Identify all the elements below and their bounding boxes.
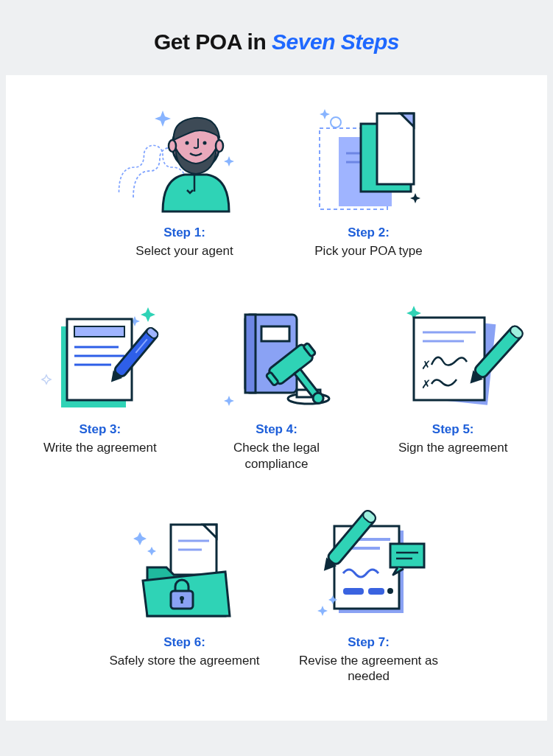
svg-point-2 bbox=[202, 141, 206, 145]
step-description: Safely store the agreement bbox=[109, 653, 259, 668]
step-cell-4: Step 4: Check the legal compliance bbox=[203, 301, 351, 472]
svg-rect-15 bbox=[74, 326, 124, 337]
step-label: Step 2: bbox=[348, 225, 390, 240]
step-label: Step 7: bbox=[348, 635, 390, 650]
write-document-icon bbox=[38, 301, 163, 412]
svg-rect-49 bbox=[343, 588, 364, 595]
step-label: Step 4: bbox=[256, 422, 297, 437]
step-cell-3: Step 3: Write the agreement bbox=[27, 301, 174, 472]
svg-point-3 bbox=[169, 140, 176, 152]
svg-rect-24 bbox=[261, 326, 289, 341]
svg-rect-52 bbox=[390, 544, 424, 567]
step-description: Pick your POA type bbox=[314, 243, 422, 259]
legal-gavel-icon bbox=[214, 301, 339, 412]
step-description: Write the agreement bbox=[43, 440, 157, 455]
step-cell-2: Step 2: Pick your POA type bbox=[292, 105, 446, 259]
svg-point-4 bbox=[216, 140, 223, 152]
svg-rect-50 bbox=[368, 588, 384, 595]
revise-document-icon bbox=[306, 514, 432, 625]
step-label: Step 1: bbox=[163, 225, 205, 240]
step-description: Sign the agreement bbox=[398, 440, 507, 455]
row-2: Step 3: Write the agreement bbox=[27, 301, 526, 472]
svg-point-51 bbox=[387, 588, 393, 594]
title-accent: Seven Steps bbox=[272, 29, 399, 54]
page-title: Get POA in Seven Steps bbox=[6, 29, 547, 55]
step-description: Revise the agreement as needed bbox=[292, 653, 446, 685]
title-prefix: Get POA in bbox=[154, 29, 272, 54]
svg-rect-44 bbox=[180, 598, 183, 603]
step-cell-6: Step 6: Safely store the agreement bbox=[108, 514, 262, 685]
svg-text:✗: ✗ bbox=[421, 378, 431, 391]
step-cell-1: Step 1: Select your agent bbox=[108, 105, 262, 259]
agent-person-icon bbox=[122, 105, 247, 215]
sign-document-icon: ✗ ✗ bbox=[390, 301, 515, 412]
step-label: Step 3: bbox=[79, 422, 121, 437]
row-1: Step 1: Select your agent bbox=[27, 105, 526, 259]
step-description: Select your agent bbox=[135, 243, 233, 259]
steps-card: Step 1: Select your agent bbox=[6, 75, 547, 721]
row-3: Step 6: Safely store the agreement bbox=[27, 514, 526, 685]
step-label: Step 5: bbox=[432, 422, 474, 437]
step-description: Check the legal compliance bbox=[203, 440, 351, 472]
svg-point-5 bbox=[331, 117, 341, 127]
store-folder-lock-icon bbox=[122, 514, 247, 625]
step-cell-5: ✗ ✗ Step 5: Sign the agreement bbox=[379, 301, 526, 472]
svg-rect-23 bbox=[245, 315, 256, 393]
step-cell-7: Step 7: Revise the agreement as needed bbox=[292, 514, 446, 685]
svg-point-1 bbox=[185, 141, 189, 145]
step-label: Step 6: bbox=[163, 635, 205, 650]
svg-text:✗: ✗ bbox=[421, 359, 431, 371]
documents-stack-icon bbox=[306, 105, 432, 215]
